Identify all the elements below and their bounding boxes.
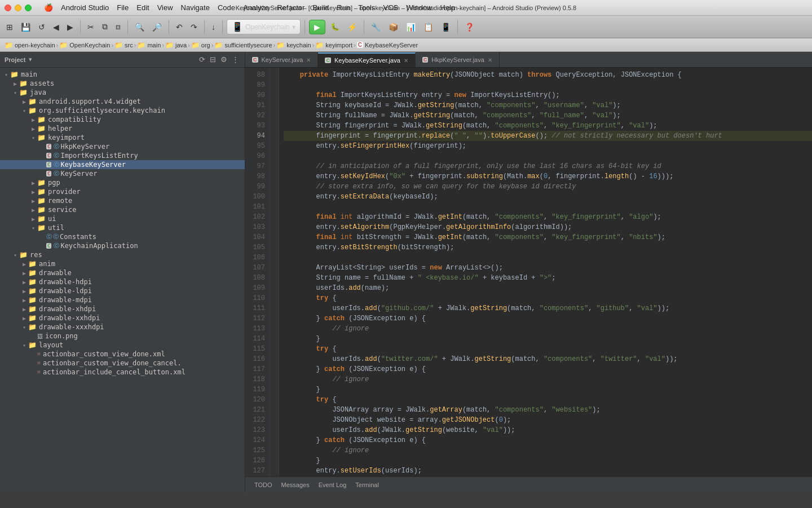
tree-toggle-java[interactable]: ▾	[11, 90, 19, 96]
tree-toggle-assets[interactable]: ▶	[11, 81, 19, 87]
tree-toggle-util[interactable]: ▾	[29, 225, 37, 231]
apple-menu[interactable]: 🍎	[41, 2, 56, 13]
tree-toggle-res[interactable]: ▾	[11, 252, 19, 258]
bottom-tab-terminal[interactable]: Terminal	[351, 479, 383, 491]
bc-src[interactable]: 📁 src	[114, 41, 133, 49]
tree-item-service[interactable]: ▶ 📁 service	[0, 205, 245, 214]
tab-keybasekeyserver[interactable]: C KeybaseKeyServer.java ✕	[318, 52, 415, 67]
menu-file[interactable]: File	[113, 2, 132, 13]
sidebar-settings-btn[interactable]: ⚙	[219, 54, 228, 65]
toolbar-btn-undo[interactable]: ↶	[173, 21, 186, 33]
build-config-dropdown[interactable]: 📱 OpenKeychain ▾	[227, 19, 301, 34]
tree-item-ab-cancel-btn[interactable]: ⌗ actionbar_include_cancel_button.xml	[0, 368, 245, 377]
toolbar-btn-back[interactable]: ◀	[50, 21, 62, 33]
bc-item-8[interactable]: keyimport	[325, 42, 352, 48]
tree-item-drawable-mdpi[interactable]: ▶ 📁 drawable-mdpi	[0, 295, 245, 304]
tab-close-keybasekeyserver[interactable]: ✕	[404, 58, 408, 64]
toolbar-btn-refresh[interactable]: ↺	[36, 21, 48, 33]
tree-item-constants[interactable]: ⓒ ⓒ Constants	[0, 232, 245, 241]
toolbar-btn-forward[interactable]: ▶	[64, 21, 76, 33]
toolbar-btn-search1[interactable]: 🔍	[132, 21, 147, 33]
bc-item-7[interactable]: keychain	[286, 42, 311, 48]
tree-item-helper[interactable]: ▶ 📁 helper	[0, 124, 245, 133]
tab-close-hkpkeyserver[interactable]: ✕	[488, 57, 492, 63]
bc-item-5[interactable]: org	[201, 42, 210, 48]
tree-toggle-service[interactable]: ▶	[29, 207, 37, 213]
tree-item-ui[interactable]: ▶ 📁 ui	[0, 214, 245, 223]
tree-item-android[interactable]: ▶ 📁 android.support.v4.widget	[0, 97, 245, 106]
bc-open-keychain[interactable]: 📁 open-keychain	[5, 41, 55, 49]
sidebar-sync-btn[interactable]: ⟳	[198, 54, 206, 65]
bc-sslysecure[interactable]: 📁 sufficientlysecure	[214, 41, 272, 49]
menu-view[interactable]: View	[154, 2, 176, 13]
btn-android[interactable]: 📱	[438, 21, 453, 33]
sidebar-more-btn[interactable]: ⋮	[231, 54, 240, 65]
toolbar-btn-copy[interactable]: ⧉	[99, 20, 111, 33]
bc-item-9[interactable]: KeybaseKeyServer	[365, 42, 418, 48]
toolbar-btn-redo[interactable]: ↷	[188, 21, 200, 33]
sidebar-collapse-btn[interactable]: ⊟	[209, 54, 217, 65]
tree-toggle-org[interactable]: ▾	[20, 108, 28, 114]
run-button[interactable]: ▶	[309, 20, 325, 34]
bc-item-3[interactable]: main	[147, 42, 161, 48]
tree-item-drawable-xxxhdpi[interactable]: ▾ 📁 drawable-xxxhdpi	[0, 323, 245, 332]
tree-item-util[interactable]: ▾ 📁 util	[0, 223, 245, 232]
tree-toggle-main[interactable]: ▾	[2, 72, 10, 78]
tree-item-keyserver[interactable]: C ⓒ KeyServer	[0, 169, 245, 178]
minimize-button[interactable]	[15, 5, 21, 11]
tab-close-keyserver[interactable]: ✕	[306, 57, 311, 63]
toolbar-btn-grid[interactable]: ⊞	[3, 21, 16, 33]
tree-item-drawable-xhdpi[interactable]: ▶ 📁 drawable-xhdpi	[0, 304, 245, 313]
bc-org[interactable]: 📁 org	[191, 41, 210, 49]
tree-toggle-compat[interactable]: ▶	[29, 117, 37, 123]
tree-toggle-keyimport[interactable]: ▾	[29, 135, 37, 141]
tree-toggle-drawable[interactable]: ▶	[20, 270, 28, 276]
bc-keyimport[interactable]: 📁 keyimport	[315, 41, 352, 49]
tree-item-drawable[interactable]: ▶ 📁 drawable	[0, 268, 245, 277]
tree-item-hkp[interactable]: C ⓒ HkpKeyServer	[0, 142, 245, 151]
tree-item-keyimport[interactable]: ▾ 📁 keyimport	[0, 133, 245, 142]
sidebar-dropdown-arrow[interactable]: ▾	[29, 56, 32, 63]
sdk-manager-button[interactable]: 🔧	[368, 21, 383, 33]
bottom-tab-todo[interactable]: TODO	[250, 479, 277, 491]
tree-toggle-drawable-ldpi[interactable]: ▶	[20, 288, 28, 294]
tree-item-keychain-app[interactable]: C ⓒ KeychainApplication	[0, 241, 245, 250]
menu-navigate[interactable]: Navigate	[178, 2, 213, 13]
tree-toggle-pgp[interactable]: ▶	[29, 180, 37, 186]
tree-toggle-layout[interactable]: ▾	[20, 342, 28, 348]
tree-item-pgp[interactable]: ▶ 📁 pgp	[0, 178, 245, 187]
toolbar-btn-cut[interactable]: ✂	[85, 21, 97, 33]
avd-manager-button[interactable]: 📦	[386, 21, 401, 33]
bc-java[interactable]: 📁 java	[165, 41, 187, 49]
bc-item-2[interactable]: src	[125, 42, 133, 48]
bc-item-6[interactable]: sufficientlysecure	[224, 42, 272, 48]
tree-item-drawable-ldpi[interactable]: ▶ 📁 drawable-ldpi	[0, 286, 245, 295]
btn-extra1[interactable]: 📊	[403, 21, 418, 33]
menu-android-studio[interactable]: Android Studio	[58, 2, 112, 13]
bc-item-1[interactable]: OpenKeychain	[69, 42, 110, 48]
tree-item-keybase[interactable]: C ⓒ KeybaseKeyServer	[0, 160, 245, 169]
debug-button[interactable]: 🐛	[328, 21, 342, 33]
coverage-button[interactable]: ⚡	[345, 21, 360, 33]
tree-item-layout[interactable]: ▾ 📁 layout	[0, 341, 245, 350]
tree-toggle-ui[interactable]: ▶	[29, 216, 37, 222]
bc-keybasekeyserver[interactable]: C KeybaseKeyServer	[357, 42, 418, 48]
toolbar-btn-paste[interactable]: ⧈	[113, 20, 123, 33]
bc-keychain[interactable]: 📁 keychain	[276, 41, 311, 49]
tree-toggle-helper[interactable]: ▶	[29, 126, 37, 132]
menu-code[interactable]: Code	[214, 2, 239, 13]
toolbar-btn-arrow-down[interactable]: ↓	[209, 21, 218, 33]
tree-item-anim[interactable]: ▶ 📁 anim	[0, 259, 245, 268]
tree-toggle-drawable-xxxhdpi[interactable]: ▾	[20, 324, 28, 330]
tree-toggle-remote[interactable]: ▶	[29, 198, 37, 204]
tree-toggle-anim[interactable]: ▶	[20, 261, 28, 267]
tree-item-main[interactable]: ▾ 📁 main	[0, 70, 245, 79]
tree-toggle-android[interactable]: ▶	[20, 99, 28, 105]
menu-edit[interactable]: Edit	[133, 2, 152, 13]
bc-item-0[interactable]: open-keychain	[15, 42, 55, 48]
tree-item-org[interactable]: ▾ 📁 org.sufficientlysecure.keychain	[0, 106, 245, 115]
bottom-tab-event-log[interactable]: Event Log	[314, 479, 351, 491]
code-content[interactable]: private ImportKeysListEntry makeEntry(JS…	[279, 68, 812, 476]
maximize-button[interactable]	[25, 5, 32, 11]
tree-item-remote[interactable]: ▶ 📁 remote	[0, 196, 245, 205]
